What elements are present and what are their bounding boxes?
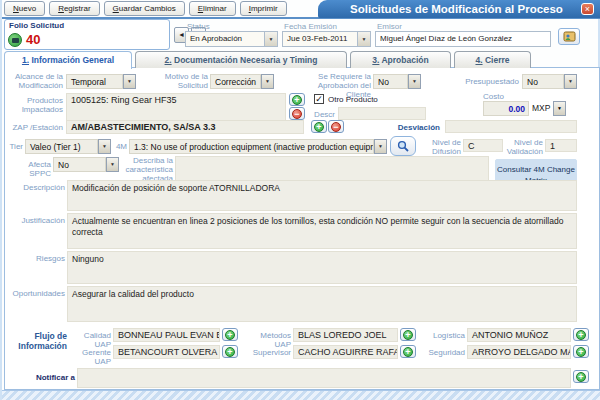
eliminar-button[interactable]: Eliminar [189,1,236,16]
nivel-validacion-field: 1 [545,139,577,152]
afecta-sppc-value: No [53,157,106,172]
tab3-label: Aprobación [381,55,428,65]
seguridad-field[interactable]: ARROYO DELGADO MAR [467,345,571,359]
descripcion-textarea[interactable]: Modificación de posición de soporte ATOR… [67,180,577,211]
guardar-cambios-button[interactable]: Guardar Cambios [104,1,185,16]
chevron-down-icon[interactable]: ▼ [106,157,119,172]
fecha-emision-select[interactable]: Jue 03-Feb-2011 ▼ [282,31,371,47]
alcance-value: Temporal [66,74,123,89]
toolbar: Nuevo Registrar Guardar Cambios Eliminar… [4,1,287,16]
add-icon: + [576,347,586,357]
zap-estacion-label: ZAP /Estación [5,123,63,132]
tab-cierre[interactable]: 4. Cierre [454,51,531,68]
status-select[interactable]: En Aprobación ▼ [185,31,278,47]
presupuestado-label: Presupuestado [457,77,519,86]
metodos-uap-add-button[interactable]: + [400,328,416,341]
tier-label: Tier [5,142,23,151]
informacion-general-panel: Alcance de la Modificación Temporal ▼ Mo… [4,67,600,390]
emisor-label: Emisor [377,22,402,31]
describa-label: Describa la característica afectada [119,156,173,183]
justificacion-textarea[interactable]: Actualmente se encuentran en linea 2 pos… [67,213,577,249]
chevron-down-icon[interactable]: ▼ [123,74,136,89]
emisor-input[interactable]: Miguel Ángel Díaz de León González [375,31,551,47]
chevron-down-icon[interactable]: ▼ [408,74,421,89]
tab2-label: Documentación Necesaria y Timing [174,55,317,65]
seguridad-add-button[interactable]: + [573,345,589,358]
chevron-down-icon[interactable]: ▼ [564,74,577,89]
aprobacion-cliente-select[interactable]: No ▼ [373,74,421,89]
riesgos-textarea[interactable]: Ninguno [67,251,577,284]
magnifier-icon [396,140,410,153]
emisor-lookup-button[interactable] [558,28,580,45]
logistica-add-button[interactable]: + [573,328,589,341]
gerente-uap-field[interactable]: BETANCOURT OLVERA [113,345,220,359]
calidad-uap-add-button[interactable]: + [222,328,238,341]
tab-informacion-general[interactable]: 1. Información General [4,51,132,69]
tier-select[interactable]: Valeo (Tier 1) ▼ [25,139,111,154]
add-icon: + [576,372,586,382]
notificar-input[interactable] [77,368,571,388]
gerente-uap-label: Gerente UAP [69,348,111,366]
add-icon: + [403,330,413,340]
otro-producto-checkbox[interactable]: ✓ [314,94,324,104]
remove-icon: − [292,109,302,119]
describa-input[interactable] [175,156,489,183]
registrar-label: Registrar [58,4,90,13]
supervisor-label: Supervisor [243,348,291,357]
descr-input[interactable] [338,107,426,120]
close-icon[interactable]: × [581,3,594,15]
tab-aprobacion[interactable]: 3. Aprobación [350,51,451,68]
descripcion-label: Descripción [17,183,65,192]
afecta-sppc-select[interactable]: No ▼ [53,157,119,172]
metodos-uap-field[interactable]: BLAS LOREDO JOEL [293,328,398,342]
nivel-difusion-label: Nivel de Difusión [417,138,461,156]
productos-remove-button[interactable]: − [289,107,305,120]
presupuestado-select[interactable]: No ▼ [522,74,577,89]
nuevo-button[interactable]: Nuevo [4,1,45,16]
calidad-uap-field[interactable]: BONNEAU PAUL EVAN B [113,328,220,342]
window-title: Solicitudes de Modificación al Proceso [332,3,581,15]
add-icon: + [576,330,586,340]
costo-field[interactable]: 0.00 MXP ▼ [483,101,566,116]
chevron-down-icon[interactable]: ▼ [553,101,566,116]
tab-documentacion[interactable]: 2. Documentación Necesaria y Timing [135,51,347,68]
notificar-add-button[interactable]: + [573,370,589,383]
chevron-down-icon[interactable]: ▼ [357,32,370,46]
status-label: Status [187,22,210,31]
productos-field[interactable]: 1005125: Ring Gear HF35 [66,93,286,121]
motivo-select[interactable]: Corrección ▼ [210,74,274,89]
zap-estacion-field[interactable]: AM/ABASTECIMIENTO, SA/SA 3.3 [66,120,304,134]
chevron-down-icon[interactable]: ▼ [374,139,387,154]
imprimir-button[interactable]: Imprimir [240,1,287,16]
logistica-field[interactable]: ANTONIO MUÑOZ [467,328,571,342]
productos-add-button[interactable]: + [289,93,305,106]
riesgos-label: Riesgos [17,254,65,263]
alcance-select[interactable]: Temporal ▼ [66,74,136,89]
calidad-uap-label: Calidad UAP [69,331,111,349]
chevron-down-icon[interactable]: ▼ [261,74,274,89]
imprimir-label: Imprimir [249,4,278,13]
zap-add-button[interactable]: + [311,120,327,133]
cuatro-m-search-button[interactable] [390,136,416,156]
supervisor-field[interactable]: CACHO AGUIRRE RAFAEL [293,345,398,359]
tier-value: Valeo (Tier 1) [25,139,98,154]
cuatro-m-select[interactable]: 1.3: No use of production equipment (ina… [129,139,387,154]
desviacion-input[interactable] [445,120,577,133]
zap-remove-button[interactable]: − [328,120,344,133]
folio-box: Folio Solicitud 40 [4,19,170,50]
chevron-down-icon[interactable]: ▼ [264,32,277,46]
supervisor-add-button[interactable]: + [400,345,416,358]
contact-book-icon [563,31,576,42]
costo-label: Costo [483,92,513,101]
nivel-difusion-field: C [463,139,503,152]
oportunidades-textarea[interactable]: Asegurar la calidad del producto [67,286,577,322]
gerente-uap-add-button[interactable]: + [222,345,238,358]
tab4-num: 4. [475,55,482,65]
add-icon: + [314,122,324,132]
metodos-uap-label: Métodos UAP [243,331,291,349]
add-icon: + [403,347,413,357]
productos-label: Productos Impactados [5,96,63,114]
chevron-down-icon[interactable]: ▼ [98,139,111,154]
costo-value[interactable]: 0.00 [483,101,529,116]
registrar-button[interactable]: Registrar [49,1,99,16]
